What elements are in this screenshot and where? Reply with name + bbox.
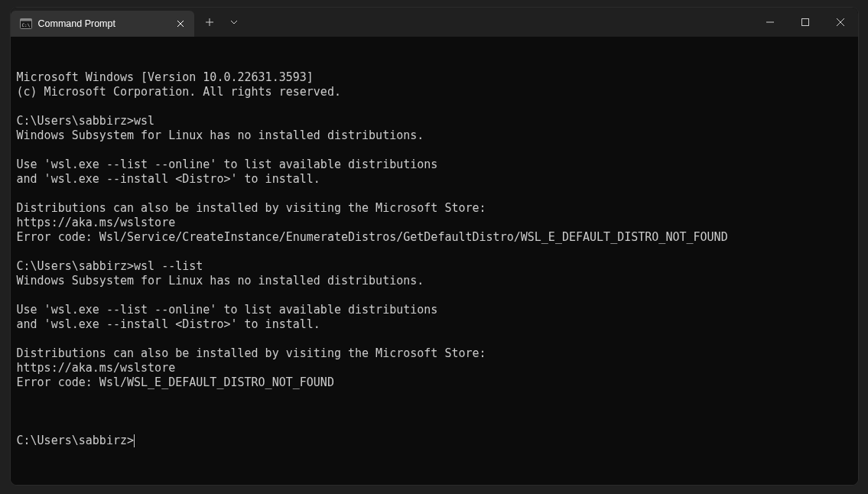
close-button[interactable] bbox=[823, 8, 858, 37]
terminal-line bbox=[17, 143, 852, 158]
cursor bbox=[134, 434, 135, 447]
terminal-line bbox=[17, 99, 852, 114]
terminal-line: Use 'wsl.exe --list --online' to list av… bbox=[17, 303, 852, 317]
terminal-output[interactable]: Microsoft Windows [Version 10.0.22631.35… bbox=[11, 37, 858, 485]
terminal-line: Microsoft Windows [Version 10.0.22631.35… bbox=[17, 70, 852, 85]
terminal-line: and 'wsl.exe --install <Distro>' to inst… bbox=[17, 172, 852, 187]
cmd-icon: C:\ bbox=[20, 18, 32, 30]
terminal-line bbox=[17, 245, 852, 259]
tab-command-prompt[interactable]: C:\ Command Prompt bbox=[11, 11, 194, 37]
terminal-window: C:\ Command Prompt bbox=[11, 8, 858, 485]
svg-rect-1 bbox=[20, 19, 31, 21]
terminal-line: C:\Users\sabbirz>wsl --list bbox=[17, 259, 852, 274]
terminal-line bbox=[17, 390, 852, 405]
titlebar-drag-region[interactable] bbox=[246, 8, 753, 37]
terminal-line: Distributions can also be installed by v… bbox=[17, 201, 852, 216]
svg-rect-8 bbox=[801, 19, 808, 26]
terminal-line: Windows Subsystem for Linux has no insta… bbox=[17, 274, 852, 288]
svg-text:C:\: C:\ bbox=[21, 22, 30, 28]
terminal-line bbox=[17, 288, 852, 303]
titlebar[interactable]: C:\ Command Prompt bbox=[11, 8, 858, 37]
terminal-line: C:\Users\sabbirz>wsl bbox=[17, 114, 852, 128]
terminal-line: and 'wsl.exe --install <Distro>' to inst… bbox=[17, 317, 852, 332]
terminal-line: (c) Microsoft Corporation. All rights re… bbox=[17, 85, 852, 99]
terminal-line: https://aka.ms/wslstore bbox=[17, 361, 852, 375]
new-tab-button[interactable] bbox=[197, 10, 222, 34]
terminal-line bbox=[17, 332, 852, 346]
terminal-line: Use 'wsl.exe --list --online' to list av… bbox=[17, 158, 852, 172]
tab-close-button[interactable] bbox=[174, 18, 187, 30]
tab-actions bbox=[194, 8, 246, 37]
maximize-button[interactable] bbox=[788, 8, 823, 37]
terminal-line bbox=[17, 187, 852, 201]
terminal-line: Error code: Wsl/WSL_E_DEFAULT_DISTRO_NOT… bbox=[17, 375, 852, 390]
minimize-button[interactable] bbox=[753, 8, 788, 37]
terminal-line: Distributions can also be installed by v… bbox=[17, 346, 852, 361]
current-prompt: C:\Users\sabbirz> bbox=[17, 434, 135, 448]
terminal-line: Error code: Wsl/Service/CreateInstance/E… bbox=[17, 230, 852, 245]
terminal-line: https://aka.ms/wslstore bbox=[17, 216, 852, 230]
window-controls bbox=[753, 8, 858, 37]
terminal-line: Windows Subsystem for Linux has no insta… bbox=[17, 128, 852, 143]
tab-title: Command Prompt bbox=[38, 18, 168, 29]
tab-dropdown-button[interactable] bbox=[222, 10, 246, 34]
